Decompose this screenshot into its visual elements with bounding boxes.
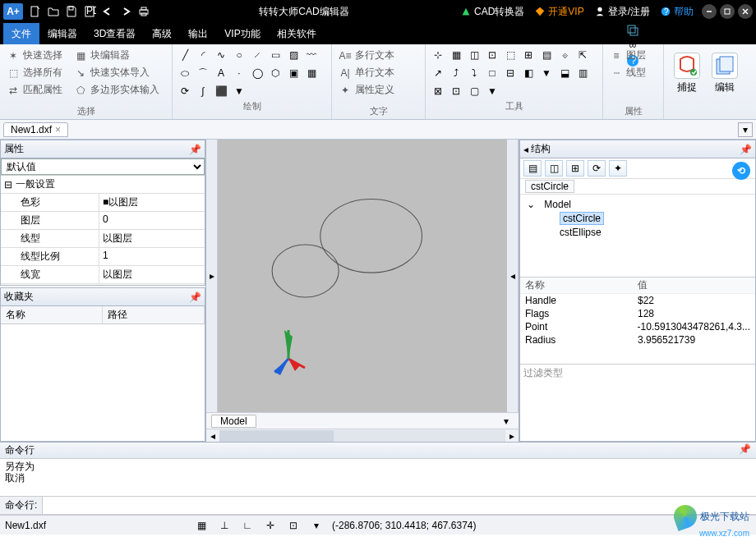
general-section[interactable]: ⊟一般设置 (1, 176, 205, 194)
chevron-down-icon[interactable]: ⌄ (527, 199, 535, 210)
menu-vip[interactable]: VIP功能 (216, 23, 268, 44)
pin-icon[interactable]: 📌 (189, 144, 201, 155)
tool17-icon[interactable]: ⬓ (557, 66, 572, 80)
maximize-icon[interactable] (720, 4, 735, 19)
print-icon[interactable] (135, 2, 153, 21)
arc-icon[interactable]: ◜ (196, 48, 210, 62)
file-tab[interactable]: New1.dxf × (3, 122, 68, 137)
point-icon[interactable]: · (232, 66, 247, 80)
tool9-icon[interactable]: ⇱ (575, 48, 590, 62)
sb-object-icon[interactable]: ⊡ (286, 518, 301, 533)
mtext[interactable]: A≡多行文本 (337, 48, 420, 63)
tool12-icon[interactable]: ⤵ (467, 66, 482, 80)
circle-icon[interactable]: ○ (232, 48, 247, 62)
quick-select[interactable]: ✶快速选择 (5, 48, 64, 63)
stext[interactable]: A|单行文本 (337, 65, 420, 80)
tree-root[interactable]: ⌄ Model (527, 198, 749, 211)
arc2-icon[interactable]: ⌒ (196, 66, 210, 80)
line-icon[interactable]: ╱ (177, 48, 192, 62)
polygon-entity[interactable]: ⬠多边形实体输入 (72, 82, 161, 98)
edit-button[interactable]: 编辑 (707, 49, 743, 98)
sb-grid-icon[interactable]: ▦ (194, 518, 209, 533)
spline-icon[interactable]: 〰 (304, 48, 319, 62)
tool1-icon[interactable]: ⊹ (431, 48, 445, 62)
redo-icon[interactable] (117, 2, 135, 21)
command-input[interactable] (43, 498, 756, 513)
tool18-icon[interactable]: ▥ (575, 66, 590, 80)
curve-icon[interactable]: ∫ (196, 84, 210, 99)
save-icon[interactable] (62, 2, 81, 21)
sb-ortho-icon[interactable]: ∟ (240, 518, 255, 533)
sb-snap-icon[interactable]: ⊥ (217, 518, 232, 533)
menu-file[interactable]: 文件 (3, 23, 39, 44)
ray-icon[interactable]: ⟋ (250, 48, 265, 62)
canvas-nav-left-icon[interactable]: ▸ (206, 140, 218, 412)
select-all[interactable]: ⬚选择所有 (5, 65, 64, 80)
canvas-nav-right-icon[interactable]: ◂ (507, 140, 519, 412)
3d-icon[interactable]: ⬛ (214, 84, 228, 99)
command-history[interactable]: 另存为 取消 (0, 459, 756, 497)
close-tab-icon[interactable]: × (55, 124, 61, 135)
open-icon[interactable] (44, 2, 62, 21)
tool3-icon[interactable]: ◫ (467, 48, 482, 62)
st-view3-icon[interactable]: ⊞ (566, 160, 584, 177)
scroll-right-icon[interactable]: ▸ (505, 430, 519, 442)
help-link[interactable]: ?帮助 (660, 5, 694, 19)
filter-type[interactable]: 过滤类型 (520, 364, 755, 382)
block-editor[interactable]: ▦块编辑器 (72, 48, 131, 63)
linetype[interactable]: ┄线型 (608, 65, 658, 80)
match-props[interactable]: ⇄匹配属性 (5, 82, 64, 98)
tool19-icon[interactable]: ⊠ (431, 84, 445, 99)
tool7-icon[interactable]: ▤ (539, 48, 554, 62)
sb-dropdown-icon[interactable]: ▾ (309, 518, 324, 533)
ellipse2-icon[interactable]: ◯ (250, 66, 265, 80)
st-refresh-icon[interactable]: ⟳ (588, 160, 606, 177)
menu-editor[interactable]: 编辑器 (39, 23, 85, 44)
menu-related[interactable]: 相关软件 (269, 23, 325, 44)
menu-3dview[interactable]: 3D查看器 (85, 23, 144, 44)
st-view1-icon[interactable]: ▤ (523, 160, 542, 177)
tool8-icon[interactable]: ⟐ (557, 48, 572, 62)
tool21-icon[interactable]: ▢ (467, 84, 482, 99)
pdf-icon[interactable]: PDF (81, 2, 99, 21)
tree-item-ellipse[interactable]: cstEllipse (527, 226, 749, 239)
copy-layout-icon[interactable] (625, 23, 641, 36)
tool13-icon[interactable]: □ (485, 66, 500, 80)
pin-icon[interactable]: 📌 (739, 443, 751, 457)
close-icon[interactable] (738, 4, 753, 19)
tool10-icon[interactable]: ↗ (431, 66, 445, 80)
tool22-icon[interactable]: ▼ (485, 84, 500, 99)
login-link[interactable]: 登录/注册 (594, 5, 650, 19)
more-draw-icon[interactable]: ▼ (232, 84, 247, 99)
pin-icon[interactable]: 📌 (740, 144, 752, 155)
tool2-icon[interactable]: ▦ (449, 48, 463, 62)
tool6-icon[interactable]: ⊞ (521, 48, 536, 62)
drawing-canvas[interactable] (218, 140, 507, 412)
st-settings-icon[interactable]: ✦ (609, 160, 627, 177)
tool11-icon[interactable]: ⤴ (449, 66, 463, 80)
tool20-icon[interactable]: ⊡ (449, 84, 463, 99)
block-icon[interactable]: ▣ (286, 66, 301, 80)
pin-icon[interactable]: 📌 (189, 291, 201, 303)
ellipse-icon[interactable]: ⬭ (177, 66, 192, 80)
sync-icon[interactable]: ⟲ (732, 162, 750, 180)
canvas-scrollbar[interactable]: ◂ ▸ (206, 429, 519, 442)
tool4-icon[interactable]: ⊡ (485, 48, 500, 62)
tool5-icon[interactable]: ⬚ (503, 48, 518, 62)
st-view2-icon[interactable]: ◫ (545, 160, 563, 177)
tool14-icon[interactable]: ⊟ (503, 66, 518, 80)
cad-converter-link[interactable]: CAD转换器 (460, 5, 524, 19)
blockref-icon[interactable]: ▦ (304, 66, 319, 80)
snap-button[interactable]: 捕捉 (669, 49, 705, 98)
vip-link[interactable]: 开通VIP (534, 5, 583, 19)
quick-import[interactable]: ↘快速实体导入 (72, 65, 151, 80)
hatch-icon[interactable]: ▨ (286, 48, 301, 62)
scroll-left-icon[interactable]: ◂ (206, 430, 219, 442)
rect-icon[interactable]: ▭ (268, 48, 283, 62)
tree-item-circle[interactable]: cstCircle (527, 211, 749, 226)
new-icon[interactable] (26, 2, 44, 21)
sb-polar-icon[interactable]: ✛ (263, 518, 278, 533)
undo-icon[interactable] (99, 2, 117, 21)
poly2-icon[interactable]: ⬡ (268, 66, 283, 80)
minimize-icon[interactable] (702, 4, 717, 19)
